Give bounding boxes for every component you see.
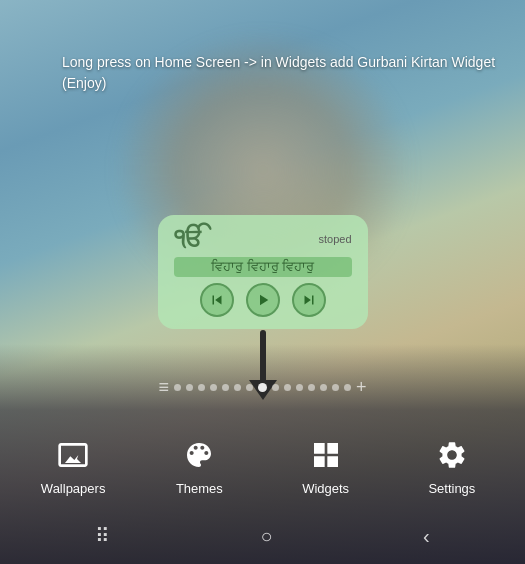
system-bar: ⠿ ○ ‹ [0, 508, 525, 564]
play-button[interactable] [246, 283, 280, 317]
dot-15 [344, 384, 351, 391]
next-button[interactable] [292, 283, 326, 317]
recent-apps-button[interactable]: ⠿ [95, 524, 110, 548]
dot-1 [174, 384, 181, 391]
dot-5 [222, 384, 229, 391]
themes-icon [179, 435, 219, 475]
home-button[interactable]: ○ [261, 525, 273, 548]
instruction-label: Long press on Home Screen -> in Widgets … [62, 54, 495, 91]
themes-label: Themes [176, 481, 223, 496]
dot-4 [210, 384, 217, 391]
wallpapers-label: Wallpapers [41, 481, 106, 496]
dot-13 [320, 384, 327, 391]
page-indicator: ≡ + [0, 378, 525, 396]
prev-button[interactable] [200, 283, 234, 317]
dot-10 [284, 384, 291, 391]
widgets-label: Widgets [302, 481, 349, 496]
dot-3 [198, 384, 205, 391]
dot-11 [296, 384, 303, 391]
dot-7 [246, 384, 253, 391]
widget-controls [200, 283, 326, 317]
widget-status: stoped [318, 233, 351, 245]
wallpapers-icon [53, 435, 93, 475]
nav-item-settings[interactable]: Settings [417, 435, 487, 496]
dot-8-active [258, 383, 267, 392]
kirtan-widget: ੴ stoped ਵਿਹਾਰੁ ਵਿਹਾਰੁ ਵਿਹਾਰੁ [158, 215, 368, 329]
nav-item-themes[interactable]: Themes [164, 435, 234, 496]
dot-6 [234, 384, 241, 391]
widget-lyrics: ਵਿਹਾਰੁ ਵਿਹਾਰੁ ਵਿਹਾਰੁ [174, 257, 352, 277]
instruction-text: Long press on Home Screen -> in Widgets … [62, 52, 505, 94]
ik-onkar-symbol: ੴ [174, 225, 203, 253]
arrow-shaft [260, 330, 266, 380]
menu-icon: ≡ [158, 378, 169, 396]
dot-12 [308, 384, 315, 391]
settings-icon [432, 435, 472, 475]
settings-label: Settings [428, 481, 475, 496]
back-button[interactable]: ‹ [423, 525, 430, 548]
dot-9 [272, 384, 279, 391]
nav-item-wallpapers[interactable]: Wallpapers [38, 435, 108, 496]
add-page-icon[interactable]: + [356, 378, 367, 396]
dot-14 [332, 384, 339, 391]
nav-item-widgets[interactable]: Widgets [291, 435, 361, 496]
bottom-nav: Wallpapers Themes Widgets Settings [0, 427, 525, 504]
widgets-icon [306, 435, 346, 475]
widget-header: ੴ stoped [174, 225, 352, 253]
dot-2 [186, 384, 193, 391]
